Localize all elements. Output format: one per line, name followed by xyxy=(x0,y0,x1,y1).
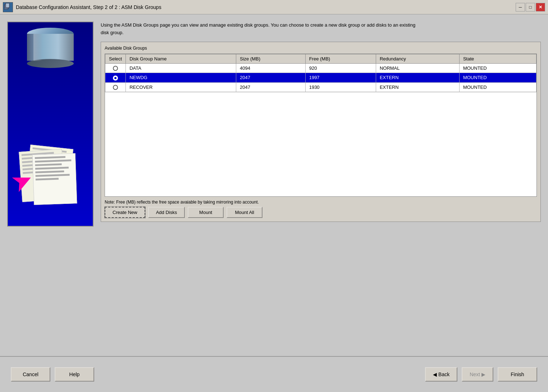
disk-groups-table-container: Select Disk Group Name Size (MB) Free (M… xyxy=(105,54,537,197)
cell-redundancy-2: EXTERN xyxy=(376,82,459,92)
radio-input-0[interactable] xyxy=(113,66,118,71)
radio-input-2[interactable] xyxy=(113,85,118,90)
radio-cell-1[interactable] xyxy=(105,73,126,83)
col-state: State xyxy=(459,54,536,63)
disk-groups-title: Available Disk Groups xyxy=(105,46,537,51)
back-button[interactable]: ◀ Back xyxy=(425,367,457,382)
title-bar: Database Configuration Assistant, Step 2… xyxy=(0,0,548,14)
cell-size-1: 2047 xyxy=(236,73,305,83)
cell-redundancy-0: NORMAL xyxy=(376,63,459,73)
action-buttons: Create New Add Disks Mount Mount All xyxy=(105,207,537,218)
table-row: RECOVER 2047 1930 EXTERN MOUNTED xyxy=(105,82,536,92)
cell-size-0: 4094 xyxy=(236,63,305,73)
cell-free-1: 1997 xyxy=(305,73,376,83)
cell-state-1: MOUNTED xyxy=(459,73,536,83)
svg-rect-2 xyxy=(6,3,9,8)
add-disks-button[interactable]: Add Disks xyxy=(148,207,185,218)
table-header-row: Select Disk Group Name Size (MB) Free (M… xyxy=(105,54,536,63)
illustration: ➤ xyxy=(8,22,93,226)
window-controls: ─ □ ✕ xyxy=(516,3,545,12)
cell-redundancy-1: EXTERN xyxy=(376,73,459,83)
col-free: Free (MB) xyxy=(305,54,376,63)
cell-state-0: MOUNTED xyxy=(459,63,536,73)
close-button[interactable]: ✕ xyxy=(536,3,545,12)
mount-all-button[interactable]: Mount All xyxy=(227,207,262,218)
cell-size-2: 2047 xyxy=(236,82,305,92)
main-content: ➤ Using the ASM Disk Groups page you can… xyxy=(0,14,548,356)
next-arrow-icon: ▶ xyxy=(481,372,485,377)
back-label: Back xyxy=(438,372,449,377)
help-button[interactable]: Help xyxy=(55,367,94,382)
col-select: Select xyxy=(105,54,126,63)
cell-free-2: 1930 xyxy=(305,82,376,92)
col-size: Size (MB) xyxy=(236,54,305,63)
disk-groups-panel: Available Disk Groups Select Disk Group … xyxy=(101,42,541,222)
table-row: DATA 4094 920 NORMAL MOUNTED xyxy=(105,63,536,73)
back-arrow-icon: ◀ xyxy=(433,372,437,377)
bottom-left-buttons: Cancel Help xyxy=(11,367,94,382)
cell-state-2: MOUNTED xyxy=(459,82,536,92)
create-new-button[interactable]: Create New xyxy=(105,207,145,218)
minimize-button[interactable]: ─ xyxy=(516,3,525,12)
radio-input-1[interactable] xyxy=(113,76,118,81)
cell-free-0: 920 xyxy=(305,63,376,73)
next-label: Next xyxy=(470,372,480,377)
mount-button[interactable]: Mount xyxy=(188,207,224,218)
next-button[interactable]: Next ▶ xyxy=(462,367,493,382)
bottom-right-buttons: ◀ Back Next ▶ Finish xyxy=(425,367,537,382)
radio-cell-0[interactable] xyxy=(105,63,126,73)
cancel-button[interactable]: Cancel xyxy=(11,367,50,382)
bottom-bar: Cancel Help ◀ Back Next ▶ Finish xyxy=(0,356,548,392)
title-bar-left: Database Configuration Assistant, Step 2… xyxy=(3,2,161,12)
finish-button[interactable]: Finish xyxy=(498,367,537,382)
cell-name-1: NEWDG xyxy=(126,73,236,83)
table-empty-area xyxy=(105,92,536,196)
cell-name-2: RECOVER xyxy=(126,82,236,92)
right-panel: Using the ASM Disk Groups page you can v… xyxy=(101,22,541,349)
radio-cell-2[interactable] xyxy=(105,82,126,92)
col-redundancy: Redundancy xyxy=(376,54,459,63)
window-title: Database Configuration Assistant, Step 2… xyxy=(16,4,161,10)
note-text: Note: Free (MB) reflects the free space … xyxy=(105,200,537,205)
illustration-panel: ➤ xyxy=(7,22,93,227)
disk-groups-table: Select Disk Group Name Size (MB) Free (M… xyxy=(105,54,536,92)
cell-name-0: DATA xyxy=(126,63,236,73)
col-name: Disk Group Name xyxy=(126,54,236,63)
table-row: NEWDG 2047 1997 EXTERN MOUNTED xyxy=(105,73,536,83)
maximize-button[interactable]: □ xyxy=(526,3,535,12)
app-icon xyxy=(3,2,13,12)
description-text: Using the ASM Disk Groups page you can v… xyxy=(101,22,424,37)
